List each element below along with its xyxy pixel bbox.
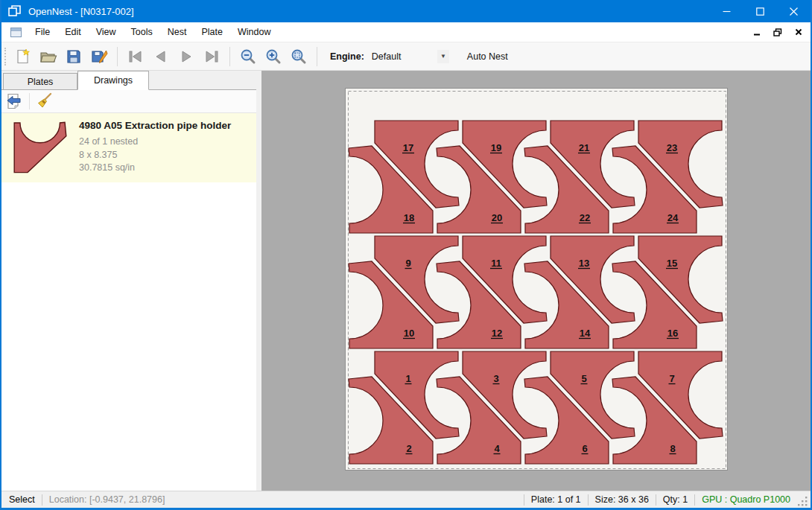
part-number-11: 11 xyxy=(491,258,501,269)
maximize-button[interactable] xyxy=(743,0,777,22)
menu-nest[interactable]: Nest xyxy=(160,22,194,42)
toolbar-grip[interactable] xyxy=(4,48,7,66)
part-number-20: 20 xyxy=(492,212,502,223)
tab-plates[interactable]: Plates xyxy=(3,73,77,89)
part-number-22: 22 xyxy=(580,212,590,223)
part-number-19: 19 xyxy=(491,142,501,153)
status-separator xyxy=(42,494,42,506)
mdi-minimize-icon xyxy=(753,28,761,36)
part-number-5: 5 xyxy=(581,373,586,384)
broom-icon xyxy=(36,92,54,110)
chevron-down-icon[interactable]: ▼ xyxy=(437,50,449,63)
part-number-9: 9 xyxy=(405,258,410,269)
menu-file[interactable]: File xyxy=(28,22,57,42)
part-number-16: 16 xyxy=(667,328,678,339)
part-number-13: 13 xyxy=(579,258,589,269)
mdi-close-icon xyxy=(795,28,802,36)
next-plate-button[interactable] xyxy=(175,45,197,68)
engine-combobox[interactable]: Default ▼ xyxy=(369,49,449,64)
status-separator xyxy=(656,494,656,506)
part-number-7: 7 xyxy=(669,373,674,384)
menu-tools[interactable]: Tools xyxy=(124,22,160,42)
part-number-6: 6 xyxy=(582,443,587,454)
part-number-21: 21 xyxy=(579,142,589,153)
part-number-17: 17 xyxy=(403,142,413,153)
panel-toolbar-separator xyxy=(29,93,30,109)
engine-value: Default xyxy=(369,49,437,64)
save-button[interactable] xyxy=(63,45,85,68)
save-as-button[interactable] xyxy=(88,45,110,68)
toolbar-separator xyxy=(317,47,317,66)
part-number-1: 1 xyxy=(405,373,410,384)
part-number-12: 12 xyxy=(492,328,502,339)
engine-label: Engine: xyxy=(330,51,364,62)
status-separator xyxy=(694,494,695,506)
nest-svg[interactable]: 171819202122232491011121314151612345678 xyxy=(346,89,729,471)
part-number-3: 3 xyxy=(493,373,498,384)
open-file-button[interactable] xyxy=(37,45,60,68)
resize-grip[interactable] xyxy=(798,497,808,507)
part-thumbnail xyxy=(12,121,69,174)
part-number-10: 10 xyxy=(404,328,414,339)
tab-drawings[interactable]: Drawings xyxy=(77,71,149,90)
part-number-14: 14 xyxy=(580,328,591,339)
toolbar-separator xyxy=(117,47,118,66)
part-number-4: 4 xyxy=(494,443,500,454)
status-location: Location: [-0.9437, 21.8796] xyxy=(49,494,165,505)
part-number-18: 18 xyxy=(404,212,414,223)
drawing-list-item[interactable]: 4980 A05 Extraction pipe holder 24 of 1 … xyxy=(1,113,256,182)
close-icon xyxy=(790,7,798,16)
minimize-button[interactable] xyxy=(710,0,743,22)
go-next-icon xyxy=(179,50,194,63)
panel-tabstrip: Plates Drawings xyxy=(1,71,256,90)
status-plate: Plate: 1 of 1 xyxy=(531,494,581,505)
status-gpu: GPU : Quadro P1000 xyxy=(702,494,790,505)
first-plate-button[interactable] xyxy=(124,45,147,68)
zoom-in-icon xyxy=(265,48,282,65)
zoom-out-icon xyxy=(240,48,256,65)
last-plate-button[interactable] xyxy=(200,45,223,68)
status-separator xyxy=(524,494,524,506)
mdi-minimize-button[interactable] xyxy=(748,24,766,40)
plate[interactable]: 171819202122232491011121314151612345678 xyxy=(345,88,728,471)
app-window: OpenNest - [N0317-002] File Edit View To… xyxy=(0,0,812,510)
go-last-icon xyxy=(203,50,220,63)
app-icon xyxy=(8,5,22,17)
menu-edit[interactable]: Edit xyxy=(57,22,89,42)
menu-window[interactable]: Window xyxy=(230,22,278,42)
new-file-button[interactable] xyxy=(12,45,34,68)
nest-canvas[interactable]: 171819202122232491011121314151612345678 xyxy=(261,71,811,491)
menu-view[interactable]: View xyxy=(89,22,124,42)
zoom-fit-icon xyxy=(291,48,307,65)
part-number-23: 23 xyxy=(667,142,677,153)
menu-plate[interactable]: Plate xyxy=(194,22,230,42)
status-separator xyxy=(588,494,589,506)
maximize-icon xyxy=(756,7,764,16)
zoom-in-button[interactable] xyxy=(262,45,285,68)
window-title: OpenNest - [N0317-002] xyxy=(28,6,134,17)
go-first-icon xyxy=(127,50,144,63)
go-previous-icon xyxy=(153,50,168,63)
minimize-icon xyxy=(723,7,731,16)
zoom-fit-button[interactable] xyxy=(288,45,310,68)
auto-nest-button[interactable]: Auto Nest xyxy=(463,48,513,65)
zoom-out-button[interactable] xyxy=(237,45,259,68)
send-to-plates-button[interactable] xyxy=(1,91,27,112)
mdi-close-button[interactable] xyxy=(790,24,808,40)
mdi-restore-button[interactable] xyxy=(769,24,787,40)
mdi-child-icon[interactable] xyxy=(10,28,22,37)
status-mode: Select xyxy=(9,494,35,505)
panel-splitter[interactable] xyxy=(256,71,261,491)
drawing-title: 4980 A05 Extraction pipe holder xyxy=(79,120,231,131)
clear-drawings-button[interactable] xyxy=(32,91,57,112)
open-folder-icon xyxy=(39,48,57,65)
part-number-15: 15 xyxy=(667,258,677,269)
close-button[interactable] xyxy=(777,0,811,22)
status-bar: Select Location: [-0.9437, 21.8796] Plat… xyxy=(1,491,811,508)
part-number-24: 24 xyxy=(667,212,679,223)
title-bar: OpenNest - [N0317-002] xyxy=(1,0,811,22)
previous-plate-button[interactable] xyxy=(150,45,172,68)
mdi-restore-icon xyxy=(773,28,782,36)
drawings-toolbar xyxy=(1,90,256,113)
page-back-arrow-icon xyxy=(5,92,23,110)
